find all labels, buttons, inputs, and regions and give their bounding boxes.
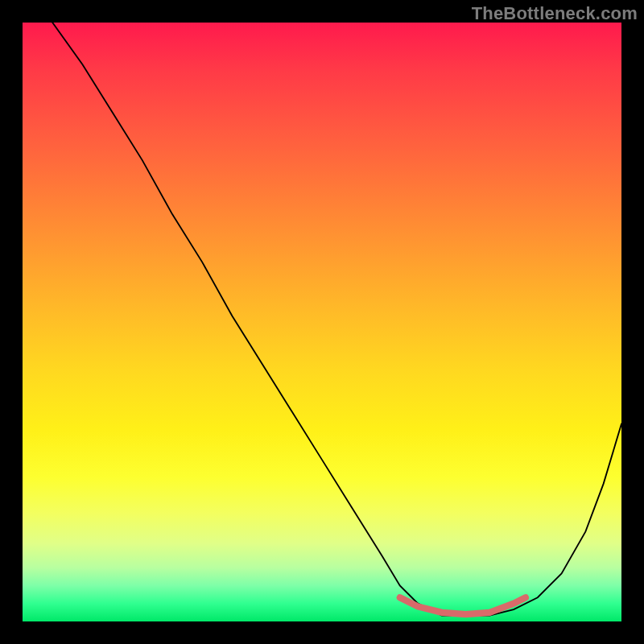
watermark-text: TheBottleneck.com bbox=[472, 3, 638, 24]
bottleneck-curve bbox=[23, 23, 621, 616]
curve-layer bbox=[23, 23, 621, 621]
plot-area bbox=[23, 23, 621, 621]
chart-frame: TheBottleneck.com bbox=[0, 0, 644, 644]
